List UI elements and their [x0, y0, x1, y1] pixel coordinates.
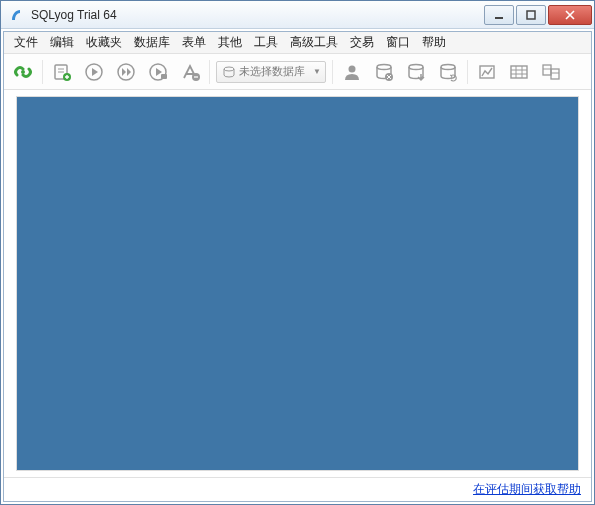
query-builder-icon[interactable] — [506, 59, 532, 85]
execute-explain-icon[interactable] — [145, 59, 171, 85]
new-connection-icon[interactable] — [10, 59, 36, 85]
workspace-area — [16, 96, 579, 471]
new-query-icon[interactable] — [49, 59, 75, 85]
window-title: SQLyog Trial 64 — [31, 8, 482, 22]
separator — [467, 60, 468, 84]
svg-point-12 — [224, 67, 234, 71]
schema-designer-icon[interactable] — [474, 59, 500, 85]
execute-query-icon[interactable] — [81, 59, 107, 85]
execute-all-icon[interactable] — [113, 59, 139, 85]
menu-edit[interactable]: 编辑 — [44, 32, 80, 53]
inner-frame: 文件 编辑 收藏夹 数据库 表单 其他 工具 高级工具 交易 窗口 帮助 — [3, 31, 592, 502]
menubar: 文件 编辑 收藏夹 数据库 表单 其他 工具 高级工具 交易 窗口 帮助 — [4, 32, 591, 54]
format-query-icon[interactable] — [177, 59, 203, 85]
close-button[interactable] — [548, 5, 592, 25]
menu-database[interactable]: 数据库 — [128, 32, 176, 53]
separator — [42, 60, 43, 84]
svg-point-16 — [409, 64, 423, 69]
svg-rect-19 — [511, 66, 527, 78]
database-icon — [223, 66, 235, 78]
menu-favorites[interactable]: 收藏夹 — [80, 32, 128, 53]
menu-tools[interactable]: 工具 — [248, 32, 284, 53]
app-window: SQLyog Trial 64 文件 编辑 收藏夹 数据库 表单 其他 工具 高… — [0, 0, 595, 505]
separator — [332, 60, 333, 84]
svg-rect-10 — [161, 74, 167, 79]
menu-help[interactable]: 帮助 — [416, 32, 452, 53]
window-controls — [482, 5, 592, 25]
database-selector-label: 未选择数据库 — [239, 64, 305, 79]
scheduled-backup-icon[interactable] — [371, 59, 397, 85]
trial-help-link[interactable]: 在评估期间获取帮助 — [473, 481, 581, 498]
svg-point-13 — [349, 65, 356, 72]
sync-data-icon[interactable] — [435, 59, 461, 85]
titlebar: SQLyog Trial 64 — [1, 1, 594, 29]
menu-powertools[interactable]: 高级工具 — [284, 32, 344, 53]
svg-rect-1 — [527, 11, 535, 19]
user-manager-icon[interactable] — [339, 59, 365, 85]
menu-table[interactable]: 表单 — [176, 32, 212, 53]
import-data-icon[interactable] — [403, 59, 429, 85]
maximize-button[interactable] — [516, 5, 546, 25]
statusbar: 在评估期间获取帮助 — [4, 477, 591, 501]
svg-point-17 — [441, 64, 455, 69]
svg-rect-24 — [543, 65, 551, 75]
svg-point-14 — [377, 64, 391, 69]
svg-rect-25 — [551, 69, 559, 79]
menu-window[interactable]: 窗口 — [380, 32, 416, 53]
dropdown-caret-icon: ▼ — [313, 67, 321, 76]
menu-file[interactable]: 文件 — [8, 32, 44, 53]
menu-others[interactable]: 其他 — [212, 32, 248, 53]
separator — [209, 60, 210, 84]
toolbar: 未选择数据库 ▼ — [4, 54, 591, 90]
app-icon — [9, 7, 25, 23]
minimize-button[interactable] — [484, 5, 514, 25]
menu-transactions[interactable]: 交易 — [344, 32, 380, 53]
svg-point-2 — [21, 70, 25, 74]
database-selector[interactable]: 未选择数据库 ▼ — [216, 61, 326, 83]
svg-rect-0 — [495, 17, 503, 19]
data-search-icon[interactable] — [538, 59, 564, 85]
svg-rect-18 — [480, 66, 494, 78]
